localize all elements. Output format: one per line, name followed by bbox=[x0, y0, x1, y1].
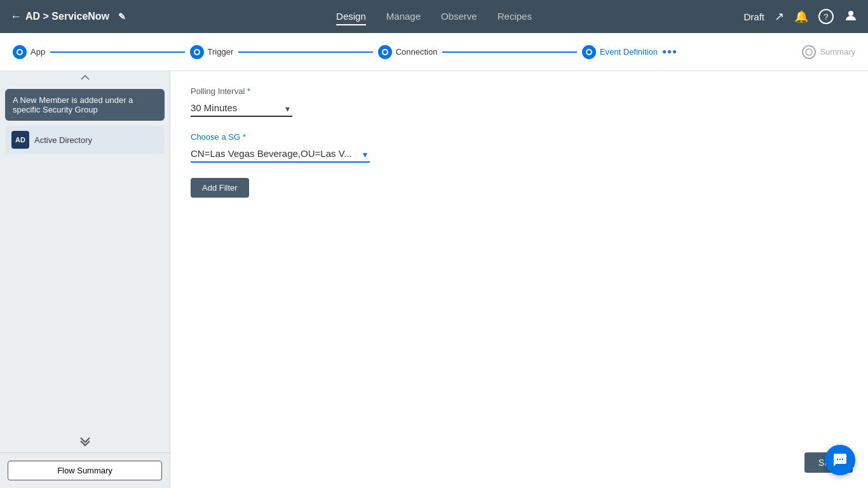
chat-bubble-button[interactable] bbox=[825, 445, 855, 475]
tab-observe[interactable]: Observe bbox=[441, 8, 477, 25]
step-app-label: App bbox=[31, 47, 45, 57]
trigger-card-text: A New Member is added under a specific S… bbox=[13, 95, 133, 114]
ad-icon: AD bbox=[11, 131, 29, 149]
trigger-card: A New Member is added under a specific S… bbox=[5, 89, 165, 121]
step-app[interactable]: App bbox=[13, 45, 45, 59]
top-nav-right: Draft ↗ 🔔 ? bbox=[743, 8, 858, 25]
step-event-circle bbox=[582, 45, 596, 59]
step-event-definition[interactable]: Event Definition bbox=[582, 45, 658, 59]
step-connection[interactable]: Connection bbox=[378, 45, 438, 59]
ad-icon-text: AD bbox=[15, 136, 25, 144]
step-connection-label: Connection bbox=[396, 47, 438, 57]
content-area: Polling Interval * 30 Minutes 1 Hour 2 H… bbox=[170, 71, 868, 488]
add-filter-button[interactable]: Add Filter bbox=[191, 178, 249, 198]
polling-interval-select[interactable]: 30 Minutes 1 Hour 2 Hours 4 Hours bbox=[191, 100, 292, 117]
step-connector-3 bbox=[442, 51, 576, 53]
step-trigger[interactable]: Trigger bbox=[190, 45, 234, 59]
step-summary-label: Summary bbox=[820, 47, 855, 57]
tab-recipes[interactable]: Recipes bbox=[498, 8, 532, 25]
sidebar-scroll-up[interactable] bbox=[0, 71, 170, 84]
choose-sg-group: Choose a SG * CN=Las Vegas Beverage,OU=L… bbox=[191, 132, 848, 163]
sg-select-wrapper: CN=Las Vegas Beverage,OU=Las V... ▾ bbox=[191, 146, 370, 163]
step-progress-bar: App Trigger Connection Event Definition … bbox=[0, 33, 868, 71]
back-arrow-icon: ← bbox=[10, 10, 22, 24]
choose-sg-required: * bbox=[243, 132, 246, 142]
sidebar-items: A New Member is added under a specific S… bbox=[0, 84, 170, 434]
top-nav: ← AD > ServiceNow ✎ Design Manage Observ… bbox=[0, 0, 868, 33]
step-trigger-label: Trigger bbox=[208, 47, 234, 57]
external-link-icon[interactable]: ↗ bbox=[775, 10, 784, 24]
choose-sg-label: Choose a SG * bbox=[191, 132, 848, 142]
svg-point-9 bbox=[806, 49, 812, 55]
svg-point-12 bbox=[842, 459, 843, 460]
back-button[interactable]: ← AD > ServiceNow ✎ bbox=[10, 10, 126, 24]
sg-select[interactable]: CN=Las Vegas Beverage,OU=Las V... bbox=[191, 146, 370, 163]
svg-point-0 bbox=[848, 11, 853, 16]
step-connection-circle bbox=[378, 45, 392, 59]
svg-point-8 bbox=[587, 50, 591, 54]
svg-point-2 bbox=[18, 50, 22, 54]
polling-interval-group: Polling Interval * 30 Minutes 1 Hour 2 H… bbox=[191, 86, 848, 117]
step-trigger-circle bbox=[190, 45, 204, 59]
sidebar-footer: Flow Summary bbox=[0, 452, 170, 488]
step-summary[interactable]: Summary bbox=[802, 45, 855, 59]
step-connector-2 bbox=[238, 51, 372, 53]
flow-path: AD > ServiceNow bbox=[25, 11, 109, 22]
choose-sg-label-text: Choose a SG bbox=[191, 132, 240, 142]
flow-summary-button[interactable]: Flow Summary bbox=[8, 461, 162, 480]
svg-point-4 bbox=[195, 50, 199, 54]
tab-manage[interactable]: Manage bbox=[386, 8, 421, 25]
step-app-circle bbox=[13, 45, 27, 59]
sidebar: A New Member is added under a specific S… bbox=[0, 71, 170, 488]
polling-interval-select-wrapper: 30 Minutes 1 Hour 2 Hours 4 Hours ▾ bbox=[191, 100, 292, 117]
edit-flow-icon[interactable]: ✎ bbox=[118, 11, 126, 22]
active-directory-label: Active Directory bbox=[34, 135, 92, 145]
chevron-double-down-icon[interactable] bbox=[0, 434, 170, 452]
tab-design[interactable]: Design bbox=[336, 8, 366, 25]
user-icon[interactable] bbox=[844, 8, 858, 25]
polling-interval-label-text: Polling Interval bbox=[191, 86, 245, 96]
active-directory-item[interactable]: AD Active Directory bbox=[5, 126, 165, 154]
step-summary-circle bbox=[802, 45, 816, 59]
polling-interval-label: Polling Interval * bbox=[191, 86, 848, 96]
step-connector-1 bbox=[50, 51, 184, 53]
svg-point-6 bbox=[383, 50, 387, 54]
step-event-label: Event Definition bbox=[600, 47, 658, 57]
step-connector-4-dots bbox=[663, 51, 797, 53]
polling-interval-required: * bbox=[247, 86, 250, 96]
main-content: A New Member is added under a specific S… bbox=[0, 71, 868, 488]
top-nav-tabs: Design Manage Observe Recipes bbox=[336, 8, 532, 25]
draft-badge: Draft bbox=[743, 11, 764, 22]
help-icon[interactable]: ? bbox=[818, 9, 834, 24]
svg-point-11 bbox=[839, 459, 841, 460]
svg-point-10 bbox=[837, 459, 838, 460]
bell-icon[interactable]: 🔔 bbox=[794, 10, 808, 24]
